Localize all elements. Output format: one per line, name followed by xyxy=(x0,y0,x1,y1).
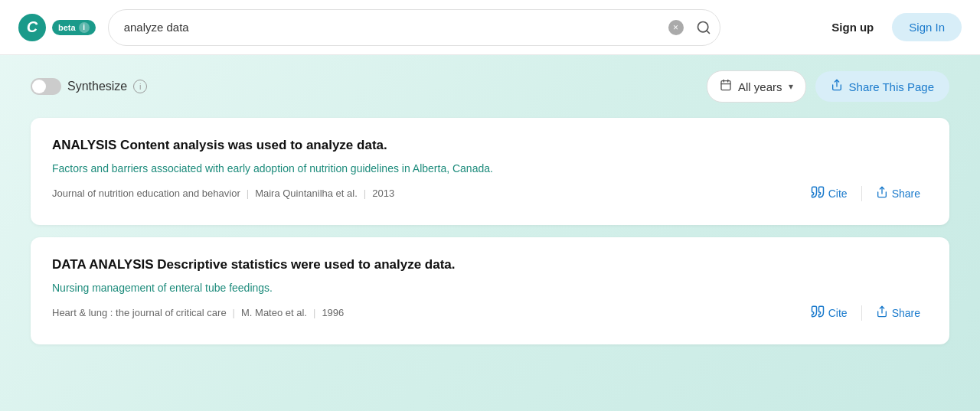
search-input[interactable] xyxy=(108,9,720,46)
result-authors: M. Mateo et al. xyxy=(241,307,307,318)
result-authors: Maira Quintanilha et al. xyxy=(255,188,358,199)
result-subtitle: Nursing management of enteral tube feedi… xyxy=(52,282,928,294)
sign-in-button[interactable]: Sign In xyxy=(892,13,962,41)
synthesize-info-icon[interactable]: i xyxy=(133,80,147,93)
toolbar-right: All years ▾ Share This Page xyxy=(707,70,949,103)
share-button[interactable]: Share xyxy=(868,181,928,205)
share-page-label: Share This Page xyxy=(849,80,934,93)
result-subtitle: Factors and barriers associated with ear… xyxy=(52,162,928,175)
share-label: Share xyxy=(892,307,920,319)
logo-area: C beta i xyxy=(18,14,96,41)
share-label: Share xyxy=(892,188,920,200)
result-meta: Heart & lung : the journal of critical c… xyxy=(52,307,344,318)
all-years-button[interactable]: All years ▾ xyxy=(707,70,806,103)
synthesize-area: Synthesize i xyxy=(31,78,147,95)
beta-info-icon: i xyxy=(79,22,90,33)
chevron-down-icon: ▾ xyxy=(789,81,793,92)
beta-label: beta xyxy=(58,23,76,32)
result-card: ANALYSIS Content analysis was used to an… xyxy=(31,118,949,225)
result-meta: Journal of nutrition education and behav… xyxy=(52,188,394,199)
share-button[interactable]: Share xyxy=(868,301,928,325)
meta-divider: | xyxy=(313,307,315,318)
calendar-icon xyxy=(720,79,732,94)
quote-icon xyxy=(811,185,825,202)
cite-button[interactable]: Cite xyxy=(803,181,855,207)
all-years-label: All years xyxy=(738,80,782,93)
header: C beta i × Sign up Sign In xyxy=(0,0,980,55)
search-bar: × xyxy=(108,9,720,46)
logo-icon: C xyxy=(18,14,46,41)
share-page-button[interactable]: Share This Page xyxy=(815,71,949,102)
toolbar: Synthesize i All years ▾ xyxy=(0,55,980,118)
meta-divider: | xyxy=(233,307,235,318)
cite-label: Cite xyxy=(828,307,848,319)
cite-button[interactable]: Cite xyxy=(803,300,855,326)
quote-icon xyxy=(811,305,825,321)
synthesize-label: Synthesize xyxy=(67,80,127,93)
action-divider xyxy=(861,186,862,201)
result-actions: Cite Share xyxy=(803,300,928,326)
result-journal: Journal of nutrition education and behav… xyxy=(52,188,240,199)
result-title: ANALYSIS Content analysis was used to an… xyxy=(52,136,928,155)
result-journal: Heart & lung : the journal of critical c… xyxy=(52,307,227,318)
svg-rect-2 xyxy=(721,81,730,90)
meta-divider: | xyxy=(364,188,366,199)
result-year: 2013 xyxy=(372,188,394,199)
search-submit-button[interactable] xyxy=(696,20,711,35)
search-clear-button[interactable]: × xyxy=(668,20,684,35)
sign-up-button[interactable]: Sign up xyxy=(822,15,883,40)
synthesize-toggle[interactable] xyxy=(31,78,61,95)
result-actions: Cite Share xyxy=(803,181,928,207)
result-card: DATA ANALYSIS Descriptive statistics wer… xyxy=(31,237,949,344)
toggle-knob xyxy=(32,80,46,93)
results-list: ANALYSIS Content analysis was used to an… xyxy=(0,118,980,344)
result-meta-row: Journal of nutrition education and behav… xyxy=(52,181,928,207)
result-meta-row: Heart & lung : the journal of critical c… xyxy=(52,300,928,326)
beta-badge: beta i xyxy=(52,20,96,35)
header-actions: Sign up Sign In xyxy=(822,13,962,41)
cite-label: Cite xyxy=(828,188,848,200)
action-divider xyxy=(861,305,862,321)
result-year: 1996 xyxy=(322,307,344,318)
upload-icon xyxy=(876,305,888,320)
svg-line-1 xyxy=(707,30,710,33)
upload-icon xyxy=(876,186,888,201)
meta-divider: | xyxy=(247,188,249,199)
share-page-icon xyxy=(831,79,843,94)
search-icon xyxy=(696,20,711,35)
result-title: DATA ANALYSIS Descriptive statistics wer… xyxy=(52,256,928,274)
